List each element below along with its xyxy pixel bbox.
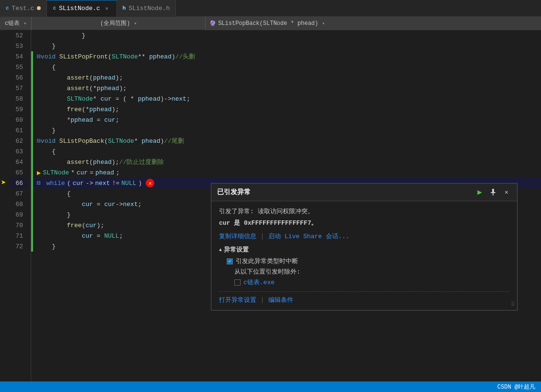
popup-bottom-links: 打开异常设置 ｜ 编辑条件 (219, 291, 509, 304)
code-line-60: *pphead = cur; (33, 115, 541, 125)
code-line-63: { (33, 146, 541, 157)
popup-title: 已引发异常 (217, 188, 251, 196)
function-label: SListPopBack(SLTNode * phead) (218, 20, 318, 27)
code-line-58: SLTNode* cur = ( * pphead)->next; (33, 93, 541, 104)
line-num: 71 (10, 231, 27, 241)
code-line-59: free(*pphead); (33, 104, 541, 115)
section-title: 异常设置 (224, 245, 249, 254)
code-line-56: assert(pphead); (33, 72, 541, 83)
section-collapse-button[interactable]: ▲ 异常设置 (219, 245, 509, 254)
exception-popup: 已引发异常 ▶ ✕ 引发了异常: 读取访问权限冲突。 cur 是 0xFFFFF… (211, 183, 518, 311)
tab-label: SListNode.h (128, 5, 170, 12)
scope-placeholder: (全局范围) (100, 19, 130, 27)
open-exception-settings-link[interactable]: 打开异常设置 (219, 296, 256, 304)
exception-settings-section: ▲ 异常设置 ✓ 引发此异常类型时中断 从以下位置引发时除外: c链表.exe (219, 245, 509, 287)
status-bar: CSDN @叶超凡 (0, 381, 541, 392)
line-num: 60 (10, 115, 27, 125)
popup-header: 已引发异常 ▶ ✕ (211, 184, 517, 201)
global-scope-selector[interactable]: (全局范围) ▾ (32, 17, 206, 30)
break-on-exception-label: 引发此异常类型时中断 (236, 257, 298, 265)
break-on-exception-row: ✓ 引发此异常类型时中断 (227, 257, 509, 265)
tab-close-button[interactable]: ✕ (103, 4, 111, 12)
scope-label: c链表 (5, 19, 20, 27)
line-num: 59 (10, 104, 27, 115)
tab-slistnode-h[interactable]: h SListNode.h (117, 0, 176, 17)
line-num: 62 (10, 136, 27, 146)
edit-conditions-link[interactable]: 编辑条件 (268, 296, 293, 304)
function-icon: 🔮 (209, 20, 216, 26)
popup-close-button[interactable]: ✕ (502, 187, 511, 197)
status-bar-text: CSDN @叶超凡 (497, 383, 535, 391)
svg-rect-2 (493, 193, 494, 196)
title-bar: c Test.c c SListNode.c ✕ h SListNode.h (0, 0, 541, 17)
tab-test-c[interactable]: c Test.c (0, 0, 47, 17)
code-line-53: } (33, 41, 541, 51)
tab-slistnode-c[interactable]: c SListNode.c ✕ (47, 0, 116, 17)
tab-label: SListNode.c (59, 5, 100, 12)
scope-selector[interactable]: c链表 ▾ (0, 17, 32, 30)
line-num: 65 (10, 167, 27, 178)
svg-rect-0 (492, 189, 494, 193)
code-line-54: ⊟void SListPopFront(SLTNode** pphead)//头… (33, 51, 541, 62)
c-icon: c (6, 5, 9, 11)
triangle-icon: ▲ (219, 247, 222, 253)
live-share-link[interactable]: 启动 Live Share 会话... (268, 232, 349, 241)
code-line-61: } (33, 125, 541, 136)
popup-error-line1: 引发了异常: 读取访问权限冲突。 (219, 207, 509, 216)
line-num: 61 (10, 125, 27, 136)
line-num: 54 (10, 51, 27, 62)
file-exception-label: c链表.exe (243, 278, 275, 287)
resize-handle[interactable]: ⠿ (511, 301, 515, 308)
line-num: 57 (10, 83, 27, 93)
line-num-current: 66 (10, 178, 27, 188)
line-num: 55 (10, 62, 27, 72)
svg-rect-1 (491, 192, 495, 193)
line-num: 67 (10, 188, 27, 199)
code-line-55: { (33, 62, 541, 72)
code-line-52: } (33, 30, 541, 41)
popup-body: 引发了异常: 读取访问权限冲突。 cur 是 0xFFFFFFFFFFFFFFF… (211, 201, 517, 310)
popup-pin-button[interactable] (488, 187, 498, 197)
toolbar: c链表 ▾ (全局范围) ▾ 🔮 SListPopBack(SLTNode * … (0, 17, 541, 30)
line-num: 63 (10, 146, 27, 157)
line-num: 70 (10, 220, 27, 231)
line-num: 72 (10, 241, 27, 252)
c-icon: c (53, 5, 56, 11)
code-line-64: assert(phead);//防止过度删除 (33, 157, 541, 167)
chevron-down-icon: ▾ (322, 21, 325, 26)
debug-gutter: ➤ (0, 30, 10, 381)
break-on-exception-checkbox[interactable]: ✓ (227, 258, 233, 265)
code-line-57: assert(*pphead); (33, 83, 541, 93)
line-num: 56 (10, 72, 27, 83)
line-num: 53 (10, 41, 27, 51)
chevron-down-icon: ▾ (23, 21, 26, 26)
chevron-down-icon: ▾ (134, 21, 137, 26)
function-selector[interactable]: 🔮 SListPopBack(SLTNode * phead) ▾ (206, 17, 541, 30)
line-num: 68 (10, 199, 27, 209)
popup-action-buttons: ▶ ✕ (475, 187, 511, 197)
file-exception-row: c链表.exe (234, 278, 509, 287)
line-numbers: 52 53 54 55 56 57 58 59 60 61 62 63 64 6… (10, 30, 31, 381)
except-from-location: 从以下位置引发时除外: (234, 267, 509, 276)
popup-play-button[interactable]: ▶ (475, 187, 484, 197)
file-exception-checkbox[interactable] (234, 279, 241, 286)
line-num: 58 (10, 93, 27, 104)
line-num: 64 (10, 157, 27, 167)
popup-links: 复制详细信息 ｜ 启动 Live Share 会话... (219, 232, 509, 241)
tab-label: Test.c (12, 5, 35, 12)
except-label: 从以下位置引发时除外: (234, 268, 300, 276)
code-line-62: ⊟void SListPopBack(SLTNode* phead)//尾删 (33, 136, 541, 146)
debug-current-arrow: ➤ (1, 178, 6, 188)
line-num: 69 (10, 209, 27, 220)
tab-indicator (37, 6, 41, 10)
code-line-65: ▶ SLTNode* cur = phead; (33, 167, 541, 178)
line-num: 52 (10, 30, 27, 41)
copy-details-link[interactable]: 复制详细信息 (219, 232, 256, 241)
popup-error-line2: cur 是 0xFFFFFFFFFFFFFFF7。 (219, 219, 509, 227)
h-icon: h (123, 5, 126, 11)
